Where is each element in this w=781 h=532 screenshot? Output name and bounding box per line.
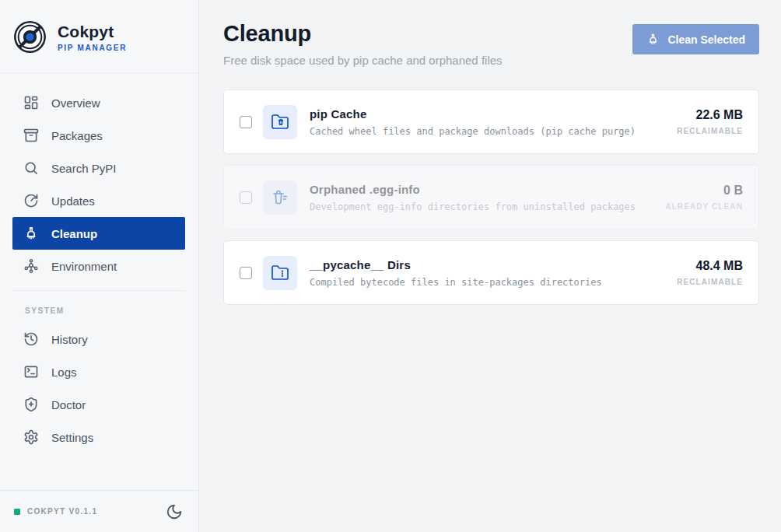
sidebar-item-doctor[interactable]: Doctor	[12, 388, 185, 421]
sidebar-item-logs[interactable]: Logs	[12, 355, 185, 388]
item-title: __pycache__ Dirs	[310, 258, 602, 271]
sidebar-item-environment[interactable]: Environment	[12, 250, 185, 282]
sidebar-item-label: History	[51, 333, 88, 346]
brand: Cokpyt PIP MANAGER	[0, 0, 198, 73]
sidebar-item-label: Logs	[51, 366, 77, 379]
item-description: Development egg-info directories from un…	[310, 201, 636, 212]
clean-selected-button[interactable]: Clean Selected	[632, 24, 759, 54]
item-title: pip Cache	[310, 107, 636, 121]
folder-archive-icon	[263, 256, 297, 290]
sidebar-item-search-pypi[interactable]: Search PyPI	[12, 152, 185, 184]
page-subtitle: Free disk space used by pip cache and or…	[223, 54, 503, 67]
sidebar-item-history[interactable]: History	[12, 323, 185, 355]
folder-trash-icon	[263, 105, 297, 139]
app-logo-icon	[12, 19, 47, 54]
egg-info-checkbox	[240, 191, 252, 204]
history-icon	[23, 331, 39, 347]
sidebar-item-label: Search PyPI	[51, 162, 116, 175]
main-content: Cleanup Free disk space used by pip cach…	[199, 0, 781, 532]
page-header: Cleanup Free disk space used by pip cach…	[223, 21, 759, 67]
cleanup-item-pip-cache: pip Cache Cached wheel files and package…	[223, 89, 759, 154]
sidebar-item-packages[interactable]: Packages	[12, 119, 185, 152]
broom-icon	[23, 226, 39, 241]
sidebar-item-overview[interactable]: Overview	[12, 86, 185, 119]
pip-cache-checkbox[interactable]	[240, 116, 252, 128]
sidebar-item-settings[interactable]: Settings	[12, 421, 185, 453]
app-title: Cokpyt	[58, 23, 127, 41]
version-label: COKPYT V0.1.1	[27, 507, 97, 516]
shield-plus-icon	[23, 397, 39, 412]
sidebar-item-label: Doctor	[51, 398, 86, 411]
updates-icon	[23, 193, 39, 208]
item-size: 22.6 MB	[677, 108, 743, 122]
sidebar-item-label: Overview	[51, 96, 100, 110]
item-size: 48.4 MB	[677, 259, 743, 273]
nav-section-label: SYSTEM	[0, 291, 198, 323]
packages-icon	[23, 128, 39, 143]
sidebar-item-label: Environment	[51, 260, 117, 273]
item-status: RECLAIMABLE	[677, 278, 743, 286]
cleanup-list: pip Cache Cached wheel files and package…	[223, 89, 759, 305]
item-status: RECLAIMABLE	[677, 127, 743, 135]
item-size: 0 B	[665, 184, 743, 198]
page-title: Cleanup	[223, 21, 503, 47]
sidebar-item-label: Updates	[51, 194, 95, 208]
overview-icon	[23, 95, 39, 110]
sidebar-item-label: Settings	[51, 431, 93, 444]
cleanup-item-pycache: __pycache__ Dirs Compiled bytecode files…	[223, 240, 759, 305]
dark-mode-toggle[interactable]	[164, 502, 184, 522]
gear-icon	[23, 429, 39, 445]
status-dot	[14, 509, 20, 515]
sidebar-footer: COKPYT V0.1.1	[0, 490, 198, 532]
sidebar-item-updates[interactable]: Updates	[12, 184, 185, 217]
item-title: Orphaned .egg-info	[310, 183, 636, 196]
cleanup-item-egg-info: Orphaned .egg-info Development egg-info …	[223, 165, 759, 229]
app-tagline: PIP MANAGER	[58, 44, 127, 52]
clean-selected-label: Clean Selected	[667, 33, 745, 46]
item-description: Cached wheel files and package downloads…	[310, 126, 636, 137]
broom-icon	[646, 33, 660, 46]
search-icon	[23, 160, 39, 176]
trash-list-icon	[263, 180, 297, 215]
terminal-icon	[23, 364, 39, 380]
pycache-checkbox[interactable]	[240, 267, 252, 279]
sidebar: Cokpyt PIP MANAGER Overview Packages Sea…	[0, 0, 199, 532]
sidebar-item-cleanup[interactable]: Cleanup	[12, 217, 185, 250]
sidebar-item-label: Packages	[51, 129, 103, 142]
environment-icon	[23, 258, 39, 274]
sidebar-item-label: Cleanup	[51, 227, 97, 240]
item-description: Compiled bytecode files in site-packages…	[310, 277, 602, 288]
item-status: ALREADY CLEAN	[665, 202, 743, 211]
sidebar-nav: Overview Packages Search PyPI Updates Cl	[0, 73, 198, 453]
moon-icon	[166, 503, 183, 520]
